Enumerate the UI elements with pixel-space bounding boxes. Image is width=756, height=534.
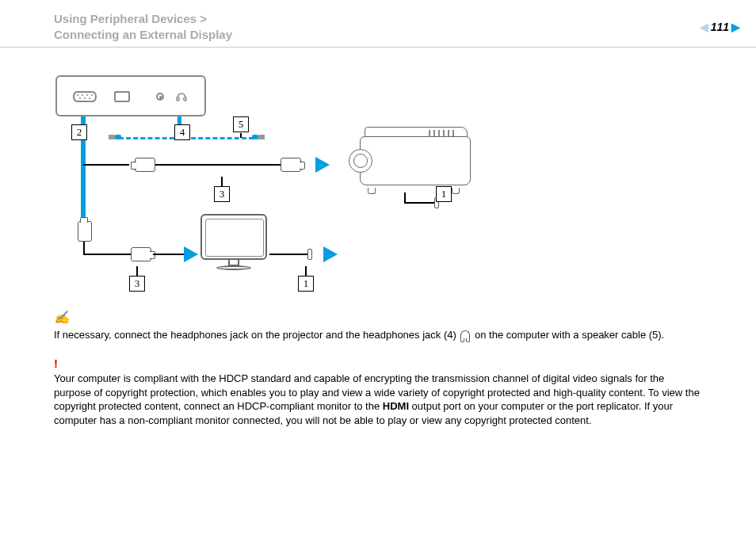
callout-1-upper: 1 [436,186,452,202]
connection-diagram: 2 4 5 3 1 3 1 [55,75,499,297]
page-navigation: ◀ 111 ▶ [700,21,740,33]
projector-icon [349,127,475,202]
note-text-after: on the computer with a speaker cable (5)… [472,329,664,341]
audio-port-icon [156,93,164,101]
callout-5-tick [240,133,242,138]
callout-2: 2 [71,124,87,140]
note-text-before: If necessary, connect the headphones jac… [54,329,459,341]
cable-black-upper [155,164,282,166]
cable-black-upper-join [83,164,129,166]
page-header: Using Peripheral Devices > Connecting an… [0,0,756,48]
cable-monitor-out [269,254,309,255]
computer-port-panel [55,75,206,116]
callout-3-upper: 3 [214,186,230,202]
callout-4: 4 [174,124,190,140]
vga-connector-upper-left-icon [135,158,155,172]
next-page-arrow-icon[interactable]: ▶ [731,21,740,33]
note-paragraph: If necessary, connect the headphones jac… [54,328,704,342]
body-text: ✍ If necessary, connect the headphones j… [54,309,704,428]
audio-plug-tip-left-icon [109,135,115,139]
caution-icon: ! [54,356,704,372]
callout-1b-tick [305,266,307,276]
callout-5: 5 [233,116,249,132]
page-number: 111 [711,21,729,33]
audio-jack-right-icon [252,135,258,139]
cable-black-lower-h2 [153,254,186,255]
cable-black-lower-h1 [83,254,131,255]
breadcrumb-line-2: Connecting an External Display [54,27,756,43]
cable-black-lower-v [83,242,85,254]
headphone-port-icon [176,91,187,102]
audio-jack-left-icon [115,135,121,139]
cable-proj-out-h [404,202,436,204]
callout-3a-tick [221,177,223,186]
cable-proj-out-v [404,193,406,202]
svg-rect-0 [177,97,179,101]
arrow-monitor-power-icon [323,246,338,262]
caution-paragraph: Your computer is compliant with the HDCP… [54,372,704,427]
callout-3b-tick [136,266,138,276]
hdmi-port-icon [114,91,130,102]
callout-3-lower: 3 [129,276,145,292]
caution-block: ! Your computer is compliant with the HD… [54,356,704,427]
headphone-inline-icon [460,330,470,340]
arrow-to-monitor-icon [184,246,198,262]
prev-page-arrow-icon[interactable]: ◀ [700,21,708,33]
arrow-to-projector-icon [315,157,330,173]
breadcrumb-line-1: Using Peripheral Devices > [54,11,756,27]
vga-connector-upper-right-icon [281,158,301,172]
power-plug-icon [307,249,312,260]
external-monitor-icon [198,214,269,269]
callout-1-lower: 1 [298,276,314,292]
audio-plug-tip-right-icon [258,135,265,139]
note-icon: ✍ [54,309,704,326]
vga-port-icon [73,91,97,102]
vga-connector-icon [78,221,92,242]
caution-bold: HDMI [383,400,409,412]
vga-connector-lower-icon [131,247,151,261]
svg-rect-1 [184,97,186,101]
